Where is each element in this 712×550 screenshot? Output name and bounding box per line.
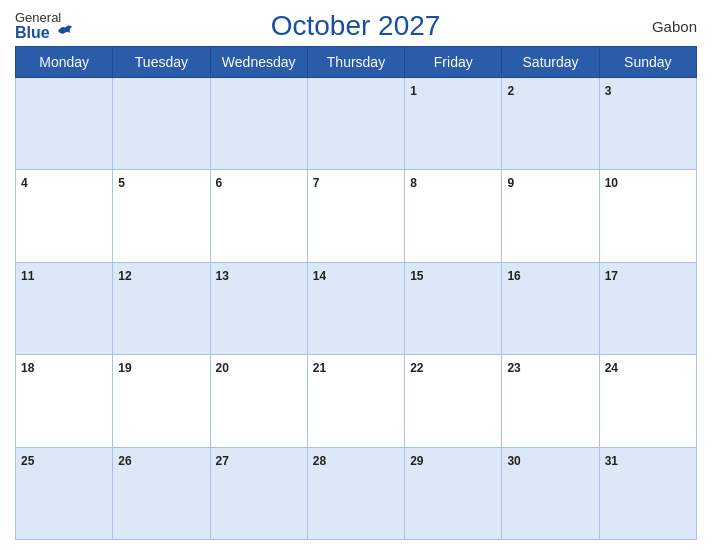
calendar-week-row: 11121314151617 xyxy=(16,262,697,354)
calendar-week-row: 45678910 xyxy=(16,170,697,262)
calendar-title: October 2027 xyxy=(74,10,637,42)
calendar-cell: 8 xyxy=(405,170,502,262)
calendar-cell: 1 xyxy=(405,78,502,170)
day-number: 4 xyxy=(21,176,28,190)
calendar-cell: 28 xyxy=(307,447,404,539)
calendar-cell: 14 xyxy=(307,262,404,354)
logo-blue-text: Blue xyxy=(15,24,74,41)
calendar-cell: 19 xyxy=(113,355,210,447)
calendar-cell: 23 xyxy=(502,355,599,447)
calendar-cell: 2 xyxy=(502,78,599,170)
calendar-cell: 27 xyxy=(210,447,307,539)
calendar-cell: 6 xyxy=(210,170,307,262)
day-number: 28 xyxy=(313,454,326,468)
calendar-cell: 3 xyxy=(599,78,696,170)
weekday-header-monday: Monday xyxy=(16,47,113,78)
calendar-cell xyxy=(307,78,404,170)
day-number: 22 xyxy=(410,361,423,375)
day-number: 29 xyxy=(410,454,423,468)
day-number: 10 xyxy=(605,176,618,190)
calendar-cell: 24 xyxy=(599,355,696,447)
logo: General Blue xyxy=(15,11,74,41)
weekday-header-thursday: Thursday xyxy=(307,47,404,78)
day-number: 14 xyxy=(313,269,326,283)
day-number: 18 xyxy=(21,361,34,375)
calendar-cell: 22 xyxy=(405,355,502,447)
calendar-cell: 5 xyxy=(113,170,210,262)
day-number: 7 xyxy=(313,176,320,190)
calendar-cell xyxy=(210,78,307,170)
day-number: 11 xyxy=(21,269,34,283)
calendar-cell: 7 xyxy=(307,170,404,262)
country-label: Gabon xyxy=(637,18,697,35)
day-number: 26 xyxy=(118,454,131,468)
day-number: 23 xyxy=(507,361,520,375)
calendar-cell xyxy=(113,78,210,170)
calendar-cell: 31 xyxy=(599,447,696,539)
calendar-week-row: 123 xyxy=(16,78,697,170)
calendar-header-row: MondayTuesdayWednesdayThursdayFridaySatu… xyxy=(16,47,697,78)
calendar-cell: 9 xyxy=(502,170,599,262)
day-number: 31 xyxy=(605,454,618,468)
calendar-cell: 12 xyxy=(113,262,210,354)
calendar-week-row: 18192021222324 xyxy=(16,355,697,447)
day-number: 16 xyxy=(507,269,520,283)
calendar-week-row: 25262728293031 xyxy=(16,447,697,539)
logo-bird-icon xyxy=(56,24,74,38)
calendar-cell: 21 xyxy=(307,355,404,447)
calendar-cell: 16 xyxy=(502,262,599,354)
day-number: 20 xyxy=(216,361,229,375)
calendar-cell: 26 xyxy=(113,447,210,539)
day-number: 1 xyxy=(410,84,417,98)
calendar-cell: 29 xyxy=(405,447,502,539)
day-number: 24 xyxy=(605,361,618,375)
weekday-header-tuesday: Tuesday xyxy=(113,47,210,78)
calendar-cell: 30 xyxy=(502,447,599,539)
day-number: 30 xyxy=(507,454,520,468)
day-number: 27 xyxy=(216,454,229,468)
day-number: 5 xyxy=(118,176,125,190)
calendar-cell: 10 xyxy=(599,170,696,262)
calendar-cell: 11 xyxy=(16,262,113,354)
day-number: 12 xyxy=(118,269,131,283)
day-number: 6 xyxy=(216,176,223,190)
logo-general-text: General xyxy=(15,11,61,24)
day-number: 13 xyxy=(216,269,229,283)
calendar-cell: 17 xyxy=(599,262,696,354)
calendar-cell: 18 xyxy=(16,355,113,447)
calendar-header: General Blue October 2027 Gabon xyxy=(15,10,697,42)
calendar-cell: 25 xyxy=(16,447,113,539)
calendar-cell: 4 xyxy=(16,170,113,262)
weekday-header-sunday: Sunday xyxy=(599,47,696,78)
weekday-header-friday: Friday xyxy=(405,47,502,78)
day-number: 9 xyxy=(507,176,514,190)
day-number: 15 xyxy=(410,269,423,283)
day-number: 25 xyxy=(21,454,34,468)
day-number: 17 xyxy=(605,269,618,283)
day-number: 3 xyxy=(605,84,612,98)
calendar-cell: 15 xyxy=(405,262,502,354)
day-number: 2 xyxy=(507,84,514,98)
day-number: 8 xyxy=(410,176,417,190)
calendar-cell: 20 xyxy=(210,355,307,447)
weekday-header-wednesday: Wednesday xyxy=(210,47,307,78)
weekday-header-saturday: Saturday xyxy=(502,47,599,78)
calendar-table: MondayTuesdayWednesdayThursdayFridaySatu… xyxy=(15,46,697,540)
calendar-cell: 13 xyxy=(210,262,307,354)
calendar-cell xyxy=(16,78,113,170)
day-number: 21 xyxy=(313,361,326,375)
day-number: 19 xyxy=(118,361,131,375)
